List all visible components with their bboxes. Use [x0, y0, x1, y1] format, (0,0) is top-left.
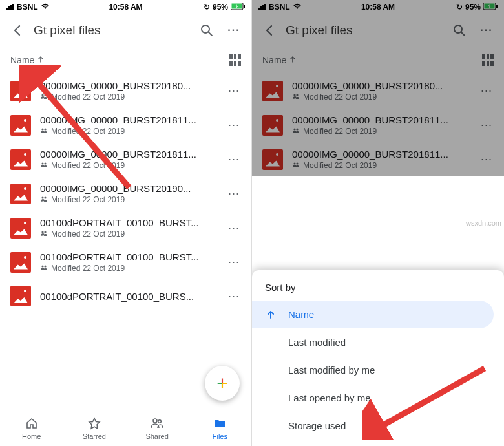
nav-shared[interactable]: Shared — [126, 410, 189, 446]
svg-point-9 — [41, 94, 43, 96]
sort-option-name[interactable]: Name — [252, 301, 494, 328]
shared-badge-icon — [40, 264, 48, 272]
file-more-button[interactable]: ··· — [224, 118, 244, 132]
file-name: 00000IMG_00000_BURST201811... — [292, 149, 468, 160]
file-more-button[interactable]: ··· — [224, 84, 244, 98]
sort-label: Name — [10, 55, 34, 65]
nav-files[interactable]: Files — [189, 410, 251, 446]
file-more-button[interactable]: ··· — [224, 187, 244, 200]
view-grid-button[interactable] — [482, 54, 494, 66]
svg-point-14 — [44, 162, 46, 164]
svg-rect-2 — [10, 5, 12, 10]
battery-label: 95% — [213, 3, 228, 12]
wifi-icon — [293, 3, 302, 12]
battery-icon — [231, 3, 245, 12]
sort-option-storage-used[interactable]: Storage used — [252, 412, 504, 440]
view-grid-button[interactable] — [229, 54, 241, 66]
sort-option-last-modified-by-me[interactable]: Last modified by me — [252, 356, 504, 384]
status-bar: BSNL 10:58 AM ↻ 95% — [252, 0, 504, 14]
svg-rect-6 — [244, 5, 245, 8]
file-more-button[interactable]: ··· — [477, 84, 496, 98]
file-more-button[interactable]: ··· — [224, 290, 244, 303]
file-more-button[interactable]: ··· — [224, 255, 244, 269]
shared-badge-icon — [40, 162, 48, 169]
sort-row[interactable]: Name — [252, 47, 504, 74]
svg-rect-1 — [8, 6, 10, 10]
fab-add-button[interactable]: + — [205, 366, 240, 401]
file-name: 00000IMG_00000_BURST20180... — [292, 80, 468, 91]
overflow-button[interactable]: ··· — [476, 19, 498, 41]
image-thumb-icon — [262, 115, 283, 136]
svg-rect-25 — [260, 6, 262, 10]
image-thumb-icon — [10, 286, 31, 306]
arrow-up-icon — [265, 310, 277, 319]
sort-row[interactable]: Name — [0, 47, 251, 74]
file-row[interactable]: 00000IMG_00000_BURST201811... Modified 2… — [0, 108, 251, 142]
file-row[interactable]: 00000IMG_00000_BURST20180... Modified 22… — [252, 74, 504, 108]
svg-point-33 — [293, 94, 295, 96]
svg-rect-3 — [12, 4, 14, 10]
file-row[interactable]: 00100dPORTRAIT_00100_BURST... Modified 2… — [0, 245, 251, 279]
nav-home[interactable]: Home — [0, 410, 63, 446]
svg-point-31 — [454, 25, 462, 33]
file-more-button[interactable]: ··· — [477, 153, 496, 166]
image-thumb-icon — [10, 149, 31, 170]
file-more-button[interactable]: ··· — [224, 153, 244, 166]
file-row[interactable]: 00100dPORTRAIT_00100_BURS... ··· — [0, 279, 251, 313]
image-thumb-icon — [10, 218, 31, 239]
file-row[interactable]: 00000IMG_00000_BURST201811... Modified 2… — [0, 142, 251, 176]
search-button[interactable] — [448, 19, 470, 41]
file-more-button[interactable]: ··· — [224, 221, 244, 235]
file-row[interactable]: 00000IMG_00000_BURST201811... Modified 2… — [252, 108, 504, 142]
svg-point-36 — [296, 128, 298, 130]
sort-option-last-opened-by-me[interactable]: Last opened by me — [252, 384, 504, 412]
image-thumb-icon — [10, 81, 31, 101]
svg-point-12 — [44, 128, 46, 130]
wifi-icon — [41, 3, 50, 12]
svg-point-15 — [41, 196, 43, 198]
watermark: wsxdn.com — [466, 219, 501, 227]
shared-badge-icon — [40, 230, 48, 238]
search-button[interactable] — [196, 19, 218, 41]
shared-badge-icon — [40, 127, 48, 135]
file-row[interactable]: 00100dPORTRAIT_00100_BURST... Modified 2… — [0, 211, 251, 245]
file-name: 00000IMG_00000_BURST201811... — [40, 114, 215, 125]
rotation-lock-icon: ↻ — [204, 3, 210, 12]
sheet-title: Sort by — [252, 282, 504, 301]
svg-point-18 — [44, 231, 46, 233]
svg-point-10 — [44, 94, 46, 96]
file-meta: Modified 22 Oct 2019 — [40, 229, 215, 239]
svg-point-22 — [158, 419, 162, 423]
file-name: 00000IMG_00000_BURST201811... — [292, 114, 468, 125]
back-button[interactable] — [6, 19, 28, 41]
svg-rect-24 — [258, 8, 260, 10]
shared-badge-icon — [40, 196, 48, 204]
file-row[interactable]: 00000IMG_00000_BURST20190... Modified 22… — [0, 176, 251, 211]
svg-rect-26 — [262, 5, 264, 10]
file-name: 00100dPORTRAIT_00100_BURS... — [40, 291, 215, 302]
svg-point-13 — [41, 162, 43, 164]
file-meta: Modified 22 Oct 2019 — [292, 92, 468, 101]
file-meta: Modified 22 Oct 2019 — [292, 127, 468, 136]
image-thumb-icon — [262, 149, 283, 170]
file-meta: Modified 22 Oct 2019 — [40, 92, 215, 101]
shared-icon — [150, 417, 164, 432]
clock-label: 10:58 AM — [109, 3, 142, 12]
clock-label: 10:58 AM — [361, 3, 395, 12]
sort-option-last-modified[interactable]: Last modified — [252, 328, 504, 356]
svg-point-17 — [41, 231, 43, 233]
svg-rect-0 — [6, 8, 8, 10]
file-row[interactable]: 00000IMG_00000_BURST201811... Modified 2… — [252, 142, 504, 176]
shared-badge-icon — [40, 93, 48, 101]
back-button[interactable] — [258, 19, 280, 41]
nav-starred[interactable]: Starred — [63, 410, 125, 446]
file-meta: Modified 22 Oct 2019 — [40, 127, 215, 136]
file-row[interactable]: 00000IMG_00000_BURST20180... Modified 22… — [0, 74, 251, 108]
shared-badge-icon — [292, 162, 300, 169]
sort-label: Name — [262, 55, 286, 65]
svg-point-35 — [293, 128, 295, 130]
overflow-button[interactable]: ··· — [223, 19, 245, 41]
screen-left: BSNL 10:58 AM ↻ 95% Gt pixel files — [0, 0, 252, 446]
bottom-nav: Home Starred Shared Files — [0, 410, 251, 446]
file-more-button[interactable]: ··· — [477, 118, 496, 132]
